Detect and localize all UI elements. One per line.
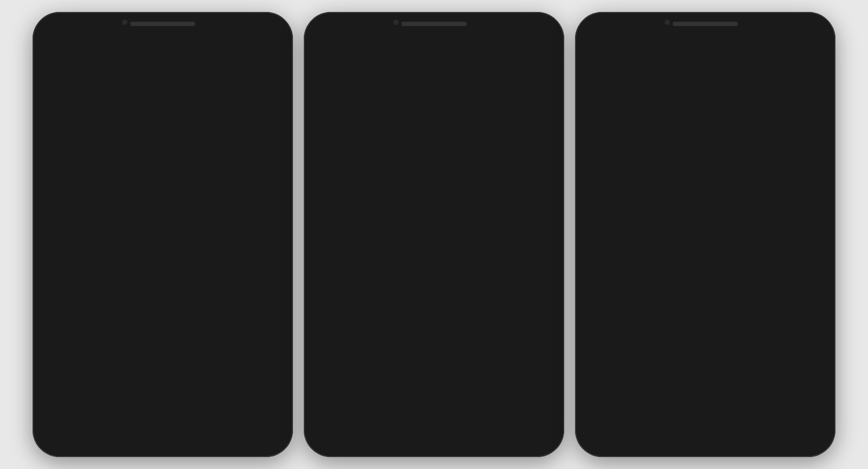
music-controls: ⏮ ⏸ ⏭ — [770, 398, 818, 417]
signal-icon: ▌▌▌ — [242, 39, 254, 46]
menu-icon-1[interactable]: ☰ — [42, 49, 51, 60]
nav-sub-text: toward W CA-85N — [621, 70, 789, 78]
status-bar-1: ▾▾ ▌▌▌ ▬ 8:00 — [42, 36, 283, 48]
route-blue-2 — [99, 161, 129, 210]
mic-button[interactable]: 🎤 — [795, 56, 818, 79]
bottom-panel-2: FROM GARDENERS RD AT SUTHERLAN... DEPART… — [314, 331, 554, 408]
warning-text: No Weekend SF Caltrain Service Oct 6 to … — [55, 357, 270, 369]
spotify-label: ♪ — [592, 420, 596, 427]
warning-icon: ⚠ — [55, 349, 60, 355]
bottom-nav-2: ⊙ Explore 🏠 Commute ⊕ For you — [314, 408, 554, 433]
browse-label[interactable]: Browse — [598, 420, 620, 427]
play-pause-button[interactable]: ⏸ — [784, 398, 804, 417]
music-artist: Passenger — [616, 409, 766, 415]
bullet-badge-1: Bullet 375 — [64, 383, 96, 391]
rosebery-label: Rosebery — [357, 144, 378, 150]
page-title-1: To home ▾ — [53, 49, 97, 60]
nav-explore-1[interactable]: ⊙ Explore — [42, 411, 123, 430]
more-options-2[interactable]: ⋮ — [365, 49, 375, 60]
route-options-icon: ⇄ — [808, 372, 818, 385]
menu-icon-2[interactable]: ☰ — [314, 49, 322, 60]
golf-course — [468, 60, 533, 115]
station-row-1: 🚂 Bullet 375 San Francisco Caltrain Stat… — [50, 378, 276, 402]
wifi-icon-2: ▾▾ — [505, 39, 511, 46]
bus-time: 10:41 AM — [527, 375, 540, 386]
nav-commute-1[interactable]: 🏠 Commute — [123, 411, 203, 430]
map-area-3[interactable]: Stevens Creek Fwy Ocean Way Central Expy… — [585, 99, 826, 365]
explore-icon-2: ⊙ — [350, 411, 358, 423]
road-2 — [86, 119, 221, 147]
nav-stats: ✕ 12 min 5.1 mi 12:42 PM ⇄ — [592, 370, 818, 388]
chatswood-label: 343 Chatswood — [394, 104, 450, 110]
go-arrow-icon: ↗ — [258, 289, 265, 299]
station-clock-time: 6:20 — [263, 383, 276, 391]
eta-text: in 4 min — [394, 110, 411, 115]
close-nav-button[interactable]: ✕ — [592, 370, 610, 388]
top-bar-2: ☰ To work ▾ ⋮ — [314, 48, 554, 60]
next-button[interactable]: ⏭ — [808, 402, 818, 414]
status-bar-2: ▾▾ ▌▌▌ ▬ 8:00 — [314, 36, 554, 48]
map-area-2[interactable]: The Australian Golf Club Rosebery Eastla… — [314, 60, 554, 312]
battery-icon-3: ▬ — [799, 39, 805, 46]
nav-foryou-1[interactable]: ⊕ For you — [203, 411, 283, 430]
sound-button-3[interactable]: 🔊 — [799, 129, 818, 149]
depart-btn-1[interactable]: DEPART > — [168, 335, 197, 341]
time-bubble-1: 🚗 13 min — [118, 144, 163, 158]
nav-time-value: 12 — [614, 371, 630, 387]
go-button-2[interactable]: ↗ GO — [518, 278, 546, 307]
nav-dist-block: 5.1 mi 12:42 PM — [649, 371, 676, 386]
evelyn-sign: ↱ W Evelyn Ave — [607, 317, 666, 329]
nav-bottom-panel: ✕ 12 min 5.1 mi 12:42 PM ⇄ — [585, 365, 826, 433]
title-dropdown-1[interactable]: ▾ — [91, 52, 94, 59]
signal-icon-2: ▌▌▌ — [513, 39, 526, 46]
nav-commute-2[interactable]: 🏠 Commute — [394, 411, 474, 430]
title-dropdown-2[interactable]: ▾ — [359, 52, 362, 59]
phone-1-screen: ▾▾ ▌▌▌ ▬ 8:00 ☰ To home ▾ ⋮ — [42, 36, 283, 433]
walk-chip-2: 🚶₃ — [373, 318, 382, 325]
route-options-button[interactable]: ⇄ — [808, 372, 818, 386]
bus-detail: 15 min to connect to 🚌 L1 — [328, 394, 540, 400]
time-bubble-text: 13 min — [135, 147, 157, 155]
chatswood-bubble: 343 Chatswood in 4 min 🚌🚌 Updated just n… — [390, 101, 455, 123]
explore-label-2: Explore — [344, 424, 363, 430]
metro-l1-chip: L1 — [402, 318, 413, 325]
search-button-3[interactable]: 🔍 — [799, 105, 818, 124]
map-area-1[interactable]: Walgreens Hyatt Reg Francisco 🚗 13 min 📍… — [42, 60, 283, 316]
spotify-button-3[interactable]: ♪ — [799, 154, 818, 173]
ocean-label: Ocean Way — [596, 143, 618, 148]
bus-b-service: B — [328, 377, 337, 385]
highway-badge: CA-85N — [653, 70, 678, 78]
chevron-down-icon[interactable]: ▾ — [622, 421, 624, 427]
road-1 — [84, 72, 113, 168]
depart-btn-2[interactable]: DEPART > — [441, 335, 470, 341]
time-display-1: 8:00 — [265, 39, 278, 46]
gt-chip-2: > — [367, 318, 370, 325]
from-text-1: FROM MOUNTAIN VIEW STATION - CAL... — [50, 335, 165, 341]
nav-arrival: 12:42 PM — [649, 379, 676, 386]
nav-explore-2[interactable]: ⊙ Explore — [314, 411, 394, 430]
nav-time-unit: min — [632, 377, 644, 385]
nav-header-3: ↱ Turn right toward W CA-85N 🎤 — [585, 48, 826, 85]
search-icon-3: 🔍 — [803, 110, 814, 120]
info-box-2: ℹ Information Delays in Alexandria, Beac… — [328, 344, 540, 366]
bus-row-top: B 343 Chatswood 4 min > 10:41 AM — [328, 375, 540, 386]
station-mins: 14 — [247, 382, 256, 391]
bus-mins: 4 — [503, 375, 508, 384]
album-art — [592, 398, 612, 417]
destination-pin-1: 📍 — [110, 253, 125, 268]
signal-icon-3: ▌▌▌ — [784, 39, 797, 46]
go-button-1[interactable]: ↗ GO — [247, 283, 275, 311]
turn-arrow-icon: ↱ — [592, 56, 614, 78]
nav-foryou-2[interactable]: ⊕ For you — [474, 411, 554, 430]
station-left-1: 🚂 Bullet 375 San Francisco Caltrain Stat… — [50, 382, 152, 399]
bus-arrow: > — [521, 375, 525, 381]
route2-blue2 — [406, 69, 459, 87]
foryou-icon-1: ⊕ — [239, 411, 247, 423]
prev-button[interactable]: ⏮ — [770, 402, 780, 414]
commute-icon-2: 🏠 — [428, 411, 440, 423]
evelyn-label: W Evelyn Ave — [621, 320, 659, 327]
then-bar: Then ↱ — [585, 85, 826, 99]
foryou-icon-2: ⊕ — [510, 411, 519, 423]
info-title-2: ℹ Information — [333, 348, 535, 354]
more-options-1[interactable]: ⋮ — [97, 49, 107, 60]
